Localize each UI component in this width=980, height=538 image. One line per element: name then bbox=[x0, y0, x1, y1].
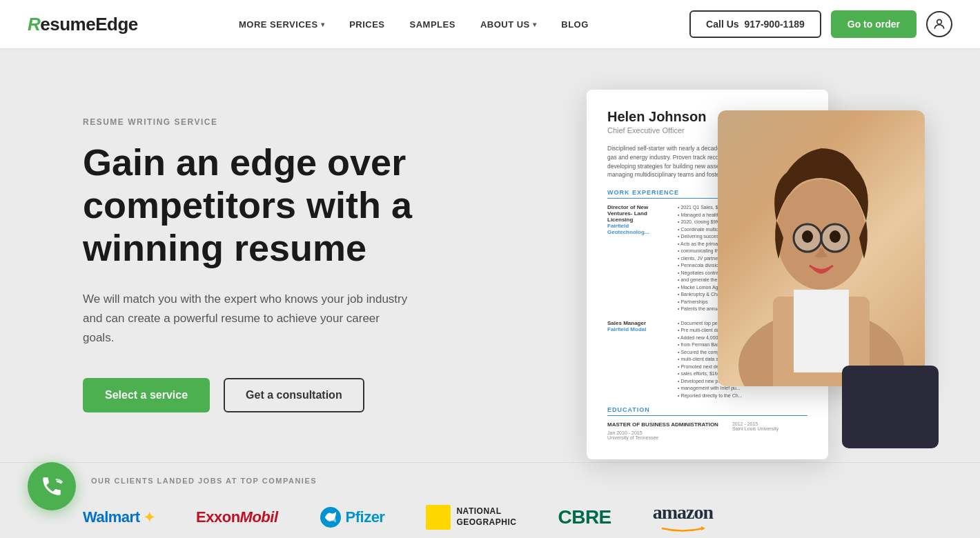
resume-edu-dates: Jan 2010 - 2015 bbox=[607, 430, 718, 435]
call-label: Call Us bbox=[706, 19, 738, 30]
pfizer-logo: Pfizer bbox=[320, 506, 385, 528]
chevron-down-icon: ▾ bbox=[533, 21, 537, 28]
logo-text: esumeEdge bbox=[40, 14, 137, 35]
hero-title: Gain an edge over competitors with a win… bbox=[83, 141, 483, 269]
phone-number: 917-900-1189 bbox=[745, 19, 805, 30]
amazon-logo: amazon bbox=[653, 501, 713, 533]
amazon-arrow-icon bbox=[658, 524, 707, 533]
companies-section: OUR CLIENTS LANDED JOBS AT TOP COMPANIES… bbox=[0, 462, 980, 538]
nav-samples[interactable]: SAMPLES bbox=[410, 19, 455, 30]
pfizer-icon bbox=[320, 506, 342, 528]
natgeo-logo: NATIONALGEOGRAPHIC bbox=[426, 505, 516, 530]
hero-visual: Helen Johnson Chief Executive Officer Di… bbox=[587, 90, 925, 435]
company-logos-row: Walmart ✦ ExxonMobil Pfizer NATIONALGEOG… bbox=[83, 501, 925, 533]
resume-job1-title: Director of New Ventures- Land Licensing bbox=[607, 204, 669, 223]
hero-content: RESUME WRITING SERVICE Gain an edge over… bbox=[83, 90, 483, 412]
svg-rect-3 bbox=[794, 290, 849, 372]
hero-description: We will match you with the expert who kn… bbox=[83, 290, 414, 348]
resume-edu-school2: Saint Louis University bbox=[732, 426, 778, 431]
chevron-down-icon: ▾ bbox=[321, 21, 325, 28]
hero-section: RESUME WRITING SERVICE Gain an edge over… bbox=[0, 48, 980, 462]
walmart-logo: Walmart ✦ bbox=[83, 508, 155, 526]
natgeo-yellow-box bbox=[426, 505, 451, 530]
nav-blog[interactable]: BLOG bbox=[561, 19, 589, 30]
resume-job1-company: Fairfield Geotechnolog... bbox=[607, 223, 669, 235]
go-to-order-button[interactable]: Go to order bbox=[831, 10, 917, 38]
resume-education-section: EDUCATION bbox=[607, 406, 807, 416]
hero-eyebrow: RESUME WRITING SERVICE bbox=[83, 117, 483, 127]
resume-job2-title: Sales Manager bbox=[607, 320, 669, 326]
resume-job2-company: Fairfield Modal bbox=[607, 326, 669, 332]
resume-edu-degree: MASTER OF BUSINESS ADMINISTRATION bbox=[607, 421, 718, 428]
hero-buttons: Select a service Get a consultation bbox=[83, 378, 483, 412]
get-consultation-button[interactable]: Get a consultation bbox=[224, 378, 364, 412]
exxonmobil-logo: ExxonMobil bbox=[196, 508, 277, 526]
call-button[interactable]: Call Us 917-900-1189 bbox=[689, 10, 821, 38]
header: ResumeEdge MORE SERVICES ▾ PRICES SAMPLE… bbox=[0, 0, 980, 48]
companies-label: OUR CLIENTS LANDED JOBS AT TOP COMPANIES bbox=[91, 477, 925, 485]
phone-float-button[interactable] bbox=[28, 462, 76, 510]
header-actions: Call Us 917-900-1189 Go to order bbox=[689, 10, 952, 38]
select-service-button[interactable]: Select a service bbox=[83, 378, 210, 412]
user-account-button[interactable] bbox=[926, 11, 952, 37]
dark-overlay-card bbox=[842, 366, 939, 448]
person-photo bbox=[718, 110, 925, 386]
walmart-star-icon: ✦ bbox=[139, 510, 155, 525]
svg-point-8 bbox=[802, 230, 813, 243]
person-silhouette-icon bbox=[732, 131, 911, 386]
svg-point-9 bbox=[830, 230, 841, 243]
phone-icon bbox=[40, 475, 63, 498]
svg-marker-11 bbox=[701, 526, 705, 530]
cbre-logo: CBRE bbox=[558, 506, 611, 528]
logo[interactable]: ResumeEdge bbox=[28, 14, 138, 35]
svg-point-0 bbox=[937, 19, 942, 24]
resume-edu-school1: University of Tennessee bbox=[607, 435, 718, 440]
logo-r: R bbox=[28, 14, 40, 35]
resume-edu-dates2: 2012 - 2015 bbox=[732, 421, 778, 426]
nav-about-us[interactable]: ABOUT US ▾ bbox=[480, 19, 536, 30]
nav-prices[interactable]: PRICES bbox=[349, 19, 384, 30]
user-icon bbox=[932, 17, 946, 31]
nav-more-services[interactable]: MORE SERVICES ▾ bbox=[239, 19, 324, 30]
main-nav: MORE SERVICES ▾ PRICES SAMPLES ABOUT US … bbox=[239, 19, 589, 30]
